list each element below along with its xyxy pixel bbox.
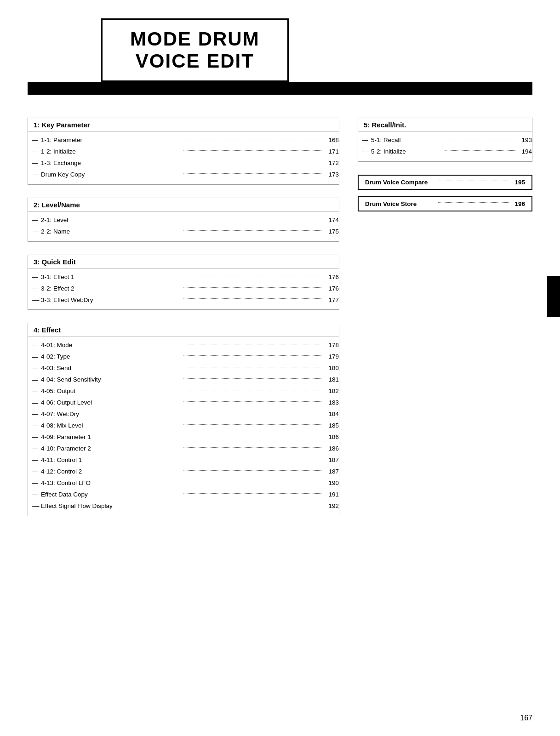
item-label: 5-1: Recall	[371, 135, 442, 146]
section-items-recall-init: 5-1: Recall 193 5-2: Initialize 194	[358, 132, 532, 161]
item-dots	[183, 230, 322, 231]
item-page: 183	[325, 398, 339, 408]
item-dots	[183, 298, 322, 299]
list-item: 2-1: Level 174	[28, 215, 339, 226]
item-page: 190	[325, 478, 339, 489]
list-item: 4-10: Parameter 2 186	[28, 443, 339, 455]
header-area: MODE DRUM VOICE EDIT	[28, 18, 532, 95]
item-page: 168	[325, 135, 339, 146]
item-page: 193	[518, 135, 532, 146]
item-page: 184	[325, 409, 339, 420]
item-dots	[183, 482, 322, 482]
item-label: 2-1: Level	[41, 215, 180, 226]
list-item: 2-2: Name 175	[28, 226, 339, 238]
left-column: 1: Key Parameter 1-1: Parameter 168 1-2:…	[28, 118, 339, 529]
list-item: Drum Key Copy 173	[28, 169, 339, 181]
item-label: Drum Key Copy	[41, 170, 180, 180]
list-item: 5-2: Initialize 194	[358, 146, 532, 158]
item-dots	[445, 139, 515, 139]
drum-voice-compare-box: Drum Voice Compare 195	[358, 175, 532, 190]
item-page: 187	[325, 455, 339, 466]
section-items-key-parameter: 1-1: Parameter 168 1-2: Initialize 171 1…	[28, 132, 339, 184]
item-dots	[183, 378, 322, 379]
item-page: 176	[325, 272, 339, 283]
section-items-level-name: 2-1: Level 174 2-2: Name 175	[28, 212, 339, 241]
item-label: 2-2: Name	[41, 227, 180, 237]
title-line2: VOICE EDIT	[130, 50, 260, 72]
list-item: 1-2: Initialize 171	[28, 146, 339, 158]
list-item: 4-13: Control LFO 190	[28, 478, 339, 489]
item-dots	[183, 139, 322, 139]
item-page: 178	[325, 340, 339, 351]
item-label: 3-3: Effect Wet:Dry	[41, 295, 180, 306]
list-item: 4-09: Parameter 1 186	[28, 432, 339, 443]
item-label: 4-07: Wet:Dry	[41, 409, 180, 420]
item-label: 4-10: Parameter 2	[41, 444, 180, 454]
list-item: 3-1: Effect 1 176	[28, 272, 339, 283]
item-label: Effect Data Copy	[41, 490, 180, 500]
list-item: Effect Data Copy 191	[28, 489, 339, 501]
item-label: 4-08: Mix Level	[41, 421, 180, 431]
item-label: 4-09: Parameter 1	[41, 432, 180, 443]
item-dots	[183, 344, 322, 344]
item-page: 194	[518, 147, 532, 157]
section-header-key-parameter: 1: Key Parameter	[28, 118, 339, 132]
list-item: 4-05: Output 182	[28, 386, 339, 397]
item-label: 4-05: Output	[41, 386, 180, 397]
title-black-bar	[28, 82, 532, 95]
list-item: 4-04: Send Sensitivity 181	[28, 374, 339, 386]
list-item: 4-11: Control 1 187	[28, 455, 339, 466]
item-label: 4-04: Send Sensitivity	[41, 375, 180, 385]
item-dots	[183, 459, 322, 459]
title-line1: MODE DRUM	[130, 28, 260, 50]
drum-voice-store-box: Drum Voice Store 196	[358, 196, 532, 211]
list-item: 5-1: Recall 193	[358, 135, 532, 146]
item-dots	[445, 150, 515, 151]
drum-voice-store-label: Drum Voice Store	[365, 200, 435, 207]
item-dots	[183, 401, 322, 402]
item-page: 180	[325, 363, 339, 374]
item-label: 3-2: Effect 2	[41, 284, 180, 294]
item-dots	[183, 276, 322, 276]
item-label: 4-03: Send	[41, 363, 180, 374]
item-dots	[183, 413, 322, 413]
item-label: 4-13: Control LFO	[41, 478, 180, 489]
section-header-effect: 4: Effect	[28, 323, 339, 337]
drum-voice-compare-label: Drum Voice Compare	[365, 179, 435, 186]
page-number: 167	[520, 714, 532, 722]
list-item: 4-06: Output Level 183	[28, 397, 339, 409]
section-header-recall-init: 5: Recall/Init.	[358, 118, 532, 132]
item-label: 4-02: Type	[41, 352, 180, 362]
right-black-decoration	[547, 276, 560, 317]
item-dots	[183, 493, 322, 494]
item-dots	[183, 367, 322, 367]
item-label: 4-06: Output Level	[41, 398, 180, 408]
list-item: 4-01: Mode 178	[28, 340, 339, 351]
list-item: Effect Signal Flow Display 192	[28, 501, 339, 512]
item-dots	[183, 505, 322, 505]
item-page: 181	[325, 375, 339, 385]
item-page: 171	[325, 147, 339, 157]
section-level-name: 2: Level/Name 2-1: Level 174 2-2: Name 1…	[28, 198, 339, 242]
list-item: 3-2: Effect 2 176	[28, 283, 339, 295]
item-dots	[183, 162, 322, 162]
item-label: 4-01: Mode	[41, 340, 180, 351]
item-page: 186	[325, 432, 339, 443]
section-recall-init: 5: Recall/Init. 5-1: Recall 193 5-2: Ini…	[358, 118, 532, 162]
item-page: 176	[325, 284, 339, 294]
drum-voice-store-page: 196	[511, 200, 525, 207]
right-column: 5: Recall/Init. 5-1: Recall 193 5-2: Ini…	[358, 118, 532, 218]
item-dots	[183, 173, 322, 174]
list-item: 3-3: Effect Wet:Dry 177	[28, 295, 339, 306]
item-page: 187	[325, 467, 339, 477]
item-dots	[183, 424, 322, 425]
item-dots	[183, 287, 322, 288]
item-page: 185	[325, 421, 339, 431]
item-label: Effect Signal Flow Display	[41, 501, 180, 512]
item-dots	[183, 390, 322, 390]
section-quick-edit: 3: Quick Edit 3-1: Effect 1 176 3-2: Eff…	[28, 255, 339, 310]
drum-voice-compare-page: 195	[511, 179, 525, 186]
item-label: 1-3: Exchange	[41, 158, 180, 169]
item-label: 5-2: Initialize	[371, 147, 442, 157]
item-dots	[183, 150, 322, 151]
